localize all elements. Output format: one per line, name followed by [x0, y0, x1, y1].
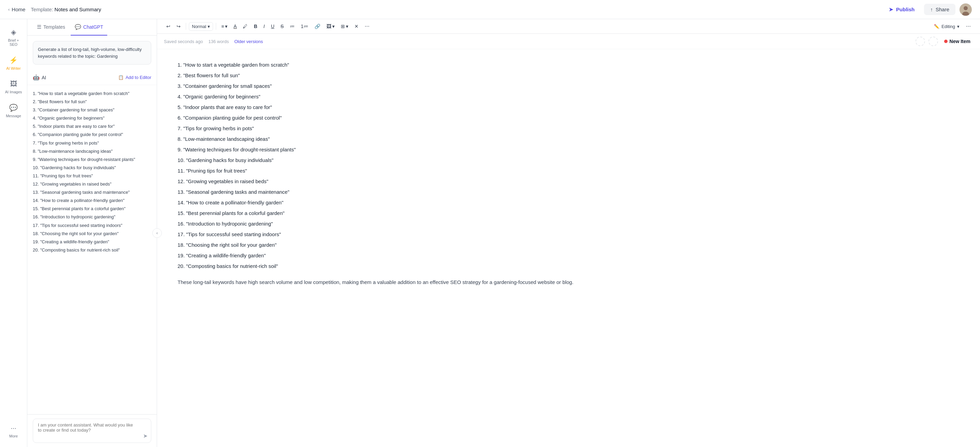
home-label: Home: [12, 6, 25, 12]
clear-format-button[interactable]: ✕: [352, 22, 361, 31]
table-button[interactable]: ⊞ ▾: [338, 22, 351, 31]
link-button[interactable]: 🔗: [312, 22, 323, 31]
chevron-down-icon: ▾: [208, 24, 210, 29]
list-item: 14. "How to create a pollinator-friendly…: [178, 198, 959, 207]
chat-input[interactable]: [38, 422, 137, 438]
publish-icon: ➤: [889, 6, 893, 13]
align-button[interactable]: ≡ ▾: [219, 22, 230, 31]
sidebar-item-label-brief-seo: Brief + SEO: [5, 38, 22, 46]
text-color-icon: A: [234, 24, 237, 29]
template-name: Notes and Summary: [55, 6, 102, 12]
ghost-avatar-1: [915, 37, 925, 46]
bold-icon: B: [254, 24, 257, 29]
redo-icon: ↪: [177, 24, 181, 29]
list-item: 17. "Tips for successful seed starting i…: [178, 230, 959, 239]
home-link[interactable]: ‹ Home: [8, 6, 25, 12]
new-item-dot: [944, 40, 948, 43]
sidebar-item-more[interactable]: ··· More: [2, 421, 25, 442]
more-icon: ···: [11, 424, 16, 432]
strikethrough-button[interactable]: S: [278, 22, 286, 31]
editor-meta-bar: Saved seconds ago 136 words Older versio…: [157, 34, 980, 49]
ordered-list-button[interactable]: 1≔: [298, 22, 311, 31]
editor-content[interactable]: 1. "How to start a vegetable garden from…: [157, 49, 980, 447]
publish-button[interactable]: ➤ Publish: [883, 4, 920, 15]
share-button[interactable]: ↑ Share: [924, 4, 955, 15]
ai-list-item: 13. "Seasonal gardening tasks and mainte…: [33, 188, 151, 196]
editor-meta-right: New Item: [915, 37, 973, 46]
sidebar-item-ai-writer[interactable]: ⚡ AI Writer: [2, 53, 25, 74]
sidebar-item-message[interactable]: 💬 Message: [2, 100, 25, 121]
editor-more-options[interactable]: ⋯: [964, 22, 973, 31]
list-item: 4. "Organic gardening for beginners": [178, 92, 959, 101]
italic-button[interactable]: I: [261, 22, 267, 31]
bullet-list-icon: ≔: [290, 24, 295, 29]
undo-icon: ↩: [166, 24, 170, 29]
chevron-left-icon: ‹: [8, 7, 10, 12]
ai-list-item: 14. "How to create a pollinator-friendly…: [33, 197, 151, 204]
chatgpt-icon: 💬: [75, 24, 81, 30]
toolbar-separator-1: [186, 23, 186, 30]
list-item: 20. "Composting basics for nutrient-rich…: [178, 262, 959, 271]
ghost-avatar-2: [928, 37, 938, 46]
add-to-editor-icon: 📋: [118, 75, 124, 80]
tab-chatgpt-label: ChatGPT: [83, 24, 103, 30]
redo-button[interactable]: ↪: [174, 22, 183, 31]
list-item: 10. "Gardening hacks for busy individual…: [178, 155, 959, 165]
editor-list: 1. "How to start a vegetable garden from…: [178, 60, 959, 271]
image-button[interactable]: 🖼 ▾: [324, 22, 337, 31]
editor-summary: These long-tail keywords have high searc…: [178, 278, 959, 287]
pencil-icon: ✏️: [934, 24, 939, 29]
align-icon: ≡: [221, 24, 224, 29]
share-icon: ↑: [930, 6, 933, 12]
chevron-down-icon-editing: ▾: [957, 24, 959, 29]
chevron-down-icon-table: ▾: [346, 24, 348, 29]
underline-button[interactable]: U: [268, 22, 277, 31]
top-bar-left: ‹ Home Template: Notes and Summary: [8, 6, 101, 13]
user-avatar[interactable]: [959, 3, 972, 16]
underline-icon: U: [271, 24, 274, 29]
list-item: 5. "Indoor plants that are easy to care …: [178, 102, 959, 112]
send-button[interactable]: ➤: [143, 433, 148, 439]
send-icon: ➤: [143, 433, 148, 439]
left-panel-wrapper: ☰ Templates 💬 ChatGPT Generate a list of…: [27, 19, 157, 447]
list-item: 9. "Watering techniques for drought-resi…: [178, 145, 959, 154]
ellipsis-icon: ⋯: [966, 24, 971, 29]
text-color-button[interactable]: A: [231, 22, 239, 31]
panel-collapse-button[interactable]: ‹: [152, 228, 162, 238]
word-count: 136 words: [208, 39, 229, 44]
editor-meta-left: Saved seconds ago 136 words Older versio…: [164, 39, 263, 44]
more-options-button[interactable]: ⋯: [362, 22, 372, 31]
new-item-button[interactable]: New Item: [942, 37, 973, 45]
sidebar-item-label-message: Message: [6, 114, 21, 118]
image-icon: 🖼: [326, 24, 331, 29]
sidebar-item-brief-seo[interactable]: ◈ Brief + SEO: [2, 25, 25, 50]
svg-point-1: [964, 6, 968, 10]
list-item: 1. "How to start a vegetable garden from…: [178, 60, 959, 69]
chevron-down-icon-img: ▾: [332, 24, 335, 29]
sidebar-icons: ◈ Brief + SEO ⚡ AI Writer 🖼 AI Images 💬 …: [0, 19, 27, 447]
sidebar-item-ai-images[interactable]: 🖼 AI Images: [2, 77, 25, 97]
add-to-editor-button[interactable]: 📋 Add to Editor: [118, 75, 151, 80]
ai-list-item: 8. "Low-maintenance landscaping ideas": [33, 148, 151, 155]
editor-area: ↩ ↪ Normal ▾ ≡ ▾ A 🖊 B: [157, 19, 980, 447]
ai-list-item: 20. "Composting basics for nutrient-rich…: [33, 246, 151, 254]
bold-button[interactable]: B: [251, 22, 259, 31]
highlight-icon: 🖊: [243, 24, 248, 29]
list-item: 2. "Best flowers for full sun": [178, 71, 959, 80]
highlight-button[interactable]: 🖊: [240, 22, 250, 31]
undo-button[interactable]: ↩: [164, 22, 173, 31]
style-selector[interactable]: Normal ▾: [189, 22, 213, 31]
bullet-list-button[interactable]: ≔: [288, 22, 297, 31]
chevron-left-icon: ‹: [156, 231, 158, 235]
tab-chatgpt[interactable]: 💬 ChatGPT: [71, 19, 107, 35]
tab-templates[interactable]: ☰ Templates: [33, 19, 69, 35]
older-versions-link[interactable]: Older versions: [234, 39, 263, 44]
new-item-label: New Item: [950, 38, 970, 44]
list-item: 11. "Pruning tips for fruit trees": [178, 166, 959, 175]
ai-list-item: 19. "Creating a wildlife-friendly garden…: [33, 238, 151, 246]
ai-list-item: 4. "Organic gardening for beginners": [33, 115, 151, 122]
message-icon: 💬: [9, 104, 18, 112]
editing-mode-button[interactable]: ✏️ Editing ▾: [931, 22, 962, 30]
add-to-editor-label: Add to Editor: [126, 75, 151, 80]
brief-seo-icon: ◈: [11, 28, 16, 36]
